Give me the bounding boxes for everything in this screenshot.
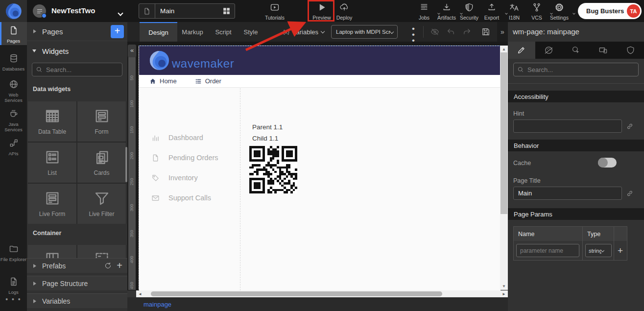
hint-input[interactable] — [513, 120, 622, 133]
wavemaker-logo[interactable] — [0, 0, 27, 22]
project-list-icon — [36, 8, 43, 15]
add-param-button[interactable]: + — [614, 241, 626, 260]
param-name-input[interactable] — [516, 244, 579, 257]
redo-icon[interactable] — [462, 27, 472, 37]
parent-label-widget[interactable]: Parent 1.1 — [252, 123, 283, 131]
canvas-page-header[interactable]: wavemaker — [139, 46, 501, 75]
nav-home[interactable]: Home — [149, 77, 177, 85]
tab-design[interactable]: Design — [140, 22, 177, 42]
rail-item-web-services[interactable]: Web Services — [0, 76, 27, 101]
nav-order[interactable]: Order — [195, 77, 221, 85]
property-search[interactable] — [513, 63, 639, 76]
project-chevron-down-icon[interactable] — [119, 8, 122, 17]
pages-panel-label: Pages — [42, 27, 63, 36]
hide-widgets-eye-off-icon[interactable] — [430, 27, 440, 37]
qr-finder-pattern — [249, 178, 265, 193]
widgets-panel-header[interactable]: Widgets — [27, 41, 127, 61]
tab-security[interactable] — [617, 42, 644, 59]
menu-item-support-calls[interactable]: Support Calls — [139, 193, 240, 203]
undo-icon[interactable] — [446, 27, 455, 37]
tab-events[interactable] — [562, 42, 590, 59]
accessibility-section-header[interactable]: Accessibility — [508, 91, 644, 102]
widget-tile-list[interactable]: List — [28, 143, 76, 183]
page-title-input[interactable] — [513, 187, 622, 200]
widget-tile-live-filter[interactable]: Live Filter — [77, 184, 126, 224]
widget-tile-cards[interactable]: Cards — [77, 143, 126, 183]
canvas-brand-logo[interactable]: wavemaker — [148, 49, 234, 72]
page-params-row: string + — [514, 241, 627, 260]
tutorials-button[interactable]: Tutorials — [261, 2, 288, 22]
add-page-button[interactable]: + — [111, 25, 124, 38]
deploy-button[interactable]: Deploy — [331, 2, 358, 22]
horizontal-scroll-thumb[interactable] — [151, 291, 442, 296]
vertical-scroll-thumb[interactable] — [501, 52, 507, 214]
page-params-section-header[interactable]: Page Params — [508, 208, 644, 220]
properties-panel: wm-page: mainpage Accessibility — [508, 22, 644, 311]
rail-item-java-services[interactable]: Java Services — [0, 105, 27, 131]
scroll-left-arrow[interactable]: ◄ — [138, 292, 142, 296]
add-prefab-button[interactable]: + — [117, 262, 122, 269]
project-icon[interactable] — [33, 4, 46, 18]
variables-panel-header[interactable]: Variables — [27, 293, 127, 308]
widget-tile-partial[interactable] — [77, 245, 126, 258]
qr-code[interactable] — [249, 146, 297, 193]
rail-item-file-explorer[interactable]: File Explorer — [0, 240, 27, 266]
widgets-collapse-arrow-icon — [32, 49, 36, 52]
scroll-right-arrow[interactable]: ► — [502, 292, 506, 296]
menu-item-pending-orders[interactable]: Pending Orders — [139, 153, 240, 163]
menu-item-dashboard[interactable]: Dashboard — [139, 133, 240, 143]
bind-link-icon[interactable] — [626, 190, 634, 197]
scroll-down-arrow[interactable]: ▼ — [500, 284, 508, 288]
child-label-widget[interactable]: Child 1.1 — [252, 135, 278, 142]
collapse-left-panel-button[interactable]: « — [128, 45, 136, 57]
canvas-horizontal-scrollbar[interactable]: ◄ ► — [136, 290, 508, 297]
rail-more-button[interactable]: • • • — [0, 295, 27, 303]
palette-icon — [544, 46, 553, 55]
cache-toggle[interactable] — [598, 158, 617, 167]
tab-script[interactable]: Script — [211, 22, 236, 42]
widget-search-input[interactable] — [46, 66, 119, 73]
pages-grid-icon[interactable] — [222, 6, 231, 16]
variables-dropdown[interactable]: {x} Variables — [283, 22, 324, 42]
tab-style[interactable]: Style — [239, 22, 262, 42]
tab-devices[interactable] — [590, 42, 617, 59]
widget-tile-form[interactable]: Form — [77, 101, 126, 142]
widget-tile-label: Data Table — [28, 128, 76, 135]
rail-item-apis[interactable]: APIs — [0, 135, 27, 157]
scroll-up-arrow[interactable]: ▲ — [500, 47, 508, 51]
bind-link-icon[interactable] — [626, 122, 634, 130]
open-page-tab[interactable]: mainpage — [143, 301, 171, 308]
param-type-select[interactable]: string — [585, 244, 612, 257]
canvas-vertical-scrollbar[interactable]: ▲ ▼ — [500, 46, 508, 290]
widget-search[interactable] — [32, 63, 122, 76]
expand-panel-button[interactable]: » — [497, 22, 508, 42]
design-canvas-page[interactable]: wavemaker Home Order Dashboard — [139, 46, 500, 290]
device-selector[interactable]: Laptop with MDPI Screen — [331, 25, 398, 39]
menu-item-inventory[interactable]: Inventory — [139, 173, 240, 183]
settings-button[interactable]: Settings — [546, 2, 573, 22]
tab-styles[interactable] — [535, 42, 563, 59]
prefabs-panel-header[interactable]: Prefabs + — [27, 258, 127, 273]
form-icon — [94, 108, 110, 124]
widget-tile-partial[interactable] — [28, 245, 76, 258]
avatar[interactable]: TA — [627, 4, 640, 18]
tab-markup[interactable]: Markup — [177, 22, 208, 42]
rail-item-pages[interactable]: Pages — [0, 22, 27, 45]
widget-tile-live-form[interactable]: Live Form — [28, 184, 76, 224]
variables-x-icon: {x} — [283, 29, 289, 35]
deploy-label: Deploy — [331, 15, 358, 21]
behavior-section-header[interactable]: Behavior — [508, 140, 644, 151]
property-search-input[interactable] — [527, 66, 630, 73]
page-structure-panel-header[interactable]: Page Structure — [27, 276, 127, 290]
project-name[interactable]: NewTestTwo — [51, 6, 95, 15]
pages-panel-header[interactable]: Pages + — [27, 22, 127, 41]
tab-properties[interactable] — [508, 42, 535, 59]
widget-tile-data-table[interactable]: Data Table — [28, 101, 76, 142]
rail-item-logs[interactable]: Logs — [0, 273, 27, 295]
rail-item-databases[interactable]: Databases — [0, 50, 27, 72]
page-selector[interactable]: Main — [139, 3, 235, 19]
canvas-more-menu[interactable]: ••• — [410, 26, 416, 44]
refresh-icon[interactable] — [104, 262, 112, 269]
team-button[interactable]: Bug Busters TA — [578, 3, 642, 19]
save-icon[interactable] — [481, 27, 491, 37]
